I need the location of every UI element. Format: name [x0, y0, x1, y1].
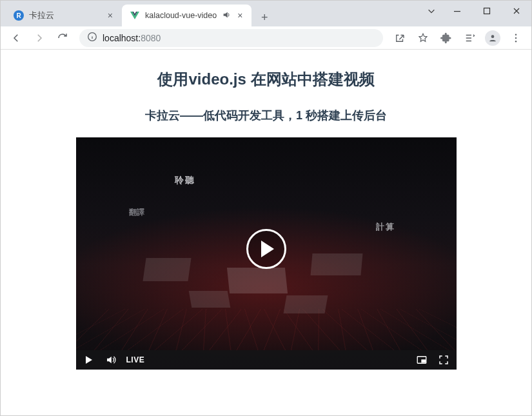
video-control-bar: LIVE [76, 350, 457, 370]
kebab-menu-icon[interactable] [506, 28, 526, 48]
svg-rect-10 [422, 360, 425, 362]
tab-close-icon[interactable]: × [236, 9, 244, 22]
back-button[interactable] [6, 28, 26, 48]
svg-point-6 [515, 34, 517, 35]
favicon-kalayun: R [14, 10, 24, 21]
tab-active[interactable]: kalacloud-vue-video × [122, 5, 251, 26]
tab-search-button[interactable] [420, 1, 442, 21]
svg-rect-0 [454, 11, 460, 12]
fullscreen-icon[interactable] [437, 353, 450, 366]
picture-in-picture-icon[interactable] [415, 353, 428, 366]
tab-close-icon[interactable]: × [106, 9, 114, 22]
svg-point-5 [491, 35, 495, 38]
tab-inactive[interactable]: R 卡拉云 × [6, 5, 122, 26]
poster-text: 計算 [376, 221, 395, 233]
svg-point-7 [515, 37, 517, 38]
tab-title: 卡拉云 [29, 10, 101, 21]
live-indicator: LIVE [126, 355, 145, 364]
titlebar: R 卡拉云 × kalacloud-vue-video × + [1, 1, 531, 26]
tab-title: kalacloud-vue-video [145, 11, 217, 20]
poster-text: 聆聽 [175, 175, 195, 186]
tab-audio-icon[interactable] [222, 10, 231, 21]
reading-list-icon[interactable] [459, 28, 480, 48]
url-port: 8080 [141, 33, 161, 43]
minimize-button[interactable] [442, 1, 472, 21]
poster-text: 翻譯 [129, 207, 144, 218]
toolbar: localhost:8080 [1, 26, 531, 50]
url-text: localhost:8080 [103, 33, 161, 43]
site-info-icon[interactable] [87, 32, 97, 44]
video-player[interactable]: 聆聽 翻譯 計算 LIVE [76, 137, 457, 370]
new-tab-button[interactable]: + [255, 8, 273, 26]
play-button[interactable] [83, 353, 95, 366]
window-controls [420, 1, 531, 21]
page-title: 使用video.js 在网站中搭建视频 [157, 69, 374, 90]
extensions-icon[interactable] [436, 28, 457, 48]
forward-button[interactable] [29, 28, 50, 48]
browser-window: R 卡拉云 × kalacloud-vue-video × + [0, 0, 532, 416]
reload-button[interactable] [52, 28, 73, 48]
url-host: localhost: [103, 33, 141, 43]
svg-point-8 [515, 41, 517, 42]
volume-icon[interactable] [104, 353, 117, 366]
page-subtitle: 卡拉云——低代码开发工具，1 秒搭建上传后台 [145, 108, 387, 123]
profile-avatar[interactable] [482, 28, 503, 48]
favicon-vue [130, 10, 140, 21]
close-window-button[interactable] [502, 1, 531, 21]
address-bar[interactable]: localhost:8080 [79, 29, 383, 47]
share-icon[interactable] [389, 28, 410, 48]
big-play-button[interactable] [246, 229, 286, 269]
svg-rect-1 [484, 8, 490, 14]
page-content: 使用video.js 在网站中搭建视频 卡拉云——低代码开发工具，1 秒搭建上传… [1, 50, 531, 415]
maximize-button[interactable] [472, 1, 502, 21]
bookmark-star-icon[interactable] [413, 28, 433, 48]
